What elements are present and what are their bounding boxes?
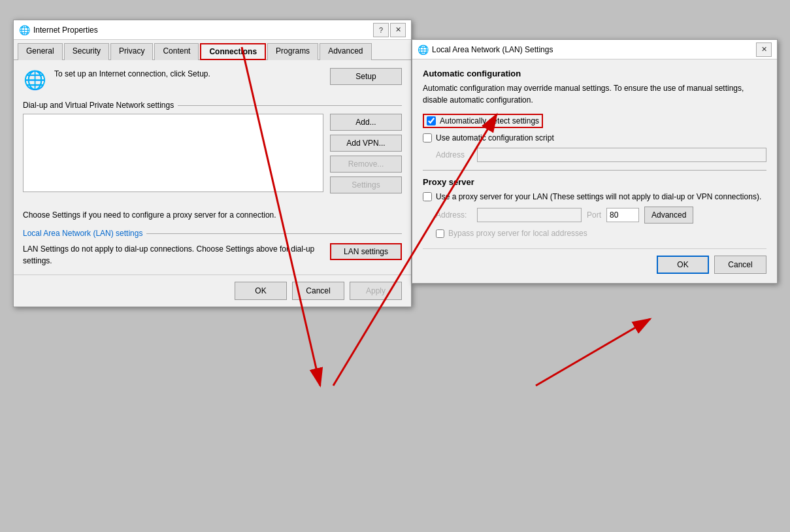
add-button[interactable]: Add... [330,114,402,131]
setup-text: To set up an Internet connection, click … [54,68,322,80]
lan-dialog-buttons: OK Cancel [423,248,766,274]
auto-detect-checkbox[interactable] [427,116,436,125]
proxy-checkbox-row: Use a proxy server for your LAN (These s… [423,192,766,201]
proxy-section: Proxy server Use a proxy server for your… [423,177,766,238]
lan-section: Local Area Network (LAN) settings LAN Se… [23,229,402,267]
proxy-title: Proxy server [423,177,766,187]
proxy-checkbox[interactable] [423,192,432,201]
lan-ok-button[interactable]: OK [657,256,709,274]
vpn-section: Add... Add VPN... Remove... Settings [23,114,402,197]
tab-advanced[interactable]: Advanced [320,43,371,60]
lan-title-text: Local Area Network (LAN) Settings [432,45,756,54]
auto-detect-row: Automatically detect settings [423,114,766,128]
internet-properties-window: 🌐 Internet Properties ? ✕ General Securi… [13,20,412,307]
ip-titlebar-buttons: ? ✕ [373,23,406,37]
remove-button[interactable]: Remove... [330,156,402,173]
lan-title-icon: 🌐 [418,44,428,55]
bypass-label: Bypass proxy server for local addresses [448,229,587,238]
vpn-buttons: Add... Add VPN... Remove... Settings [330,114,402,197]
lan-row: LAN Settings do not apply to dial-up con… [23,243,402,267]
tab-connections[interactable]: Connections [200,43,266,60]
tab-programs[interactable]: Programs [267,43,318,60]
ip-cancel-button[interactable]: Cancel [292,282,344,300]
globe-icon: 🌐 [23,68,46,91]
lan-close-button[interactable]: ✕ [756,42,772,57]
ip-content: 🌐 To set up an Internet connection, clic… [14,60,411,274]
choose-settings-text: Choose Settings if you need to configure… [23,207,402,224]
bypass-checkbox[interactable] [436,229,444,238]
auto-config-title: Automatic configuration [423,69,766,78]
proxy-address-input[interactable] [477,208,582,222]
auto-script-label: Use automatic configuration script [436,133,554,142]
ip-help-button[interactable]: ? [373,23,389,37]
proxy-port-input[interactable] [606,208,639,222]
ip-close-button[interactable]: ✕ [390,23,406,37]
proxy-port-label: Port [587,210,601,220]
setup-row: 🌐 To set up an Internet connection, clic… [23,68,402,91]
ip-apply-button[interactable]: Apply [350,282,402,300]
setup-button[interactable]: Setup [330,68,402,85]
auto-detect-highlight: Automatically detect settings [423,114,543,128]
auto-script-row: Use automatic configuration script [423,133,766,142]
ip-titlebar: 🌐 Internet Properties ? ✕ [14,20,411,40]
dialup-section-label: Dial-up and Virtual Private Network sett… [23,101,402,110]
ip-tabs: General Security Privacy Content Connect… [14,40,411,60]
lan-settings-dialog: 🌐 Local Area Network (LAN) Settings ✕ Au… [412,39,778,284]
auto-detect-label: Automatically detect settings [440,116,539,125]
ip-bottom-buttons: OK Cancel Apply [14,274,411,307]
divider1 [423,170,766,171]
tab-privacy[interactable]: Privacy [110,43,153,60]
tab-general[interactable]: General [18,43,63,60]
auto-script-checkbox[interactable] [423,133,432,142]
ip-ok-button[interactable]: OK [235,282,287,300]
auto-config-desc: Automatic configuration may override man… [423,82,766,106]
ip-title-icon: 🌐 [19,25,29,35]
lan-title: Local Area Network (LAN) settings [23,229,402,238]
settings-button[interactable]: Settings [330,176,402,193]
lan-cancel-button[interactable]: Cancel [714,256,766,274]
lan-desc: LAN Settings do not apply to dial-up con… [23,243,323,267]
lan-content: Automatic configuration Automatic config… [412,59,777,283]
address-label: Address [436,150,472,159]
proxy-address-label: Address: [436,210,472,220]
proxy-address-row: Address: Port Advanced [436,207,766,224]
proxy-checkbox-label: Use a proxy server for your LAN (These s… [436,192,761,201]
address-input[interactable] [477,148,766,162]
address-row: Address [436,148,766,162]
bypass-row: Bypass proxy server for local addresses [436,229,766,238]
advanced-button[interactable]: Advanced [644,207,693,224]
vpn-list[interactable] [23,114,323,192]
ip-title-text: Internet Properties [33,25,373,35]
add-vpn-button[interactable]: Add VPN... [330,135,402,152]
arrow-to-ok [536,319,650,386]
tab-content[interactable]: Content [154,43,199,60]
lan-titlebar: 🌐 Local Area Network (LAN) Settings ✕ [412,40,777,59]
tab-security[interactable]: Security [64,43,109,60]
lan-titlebar-buttons: ✕ [756,42,772,57]
lan-settings-button[interactable]: LAN settings [330,243,402,260]
